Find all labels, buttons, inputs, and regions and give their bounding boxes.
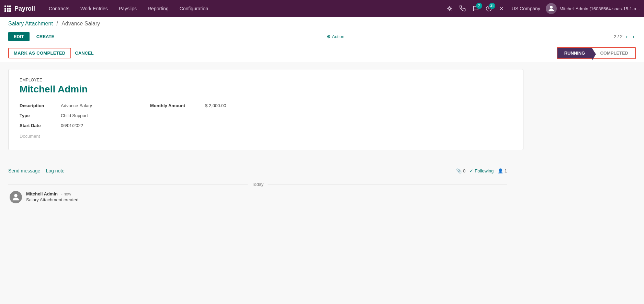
nav-contracts[interactable]: Contracts xyxy=(43,0,75,17)
field-monthly-amount-value: $ 2,000.00 xyxy=(205,103,226,108)
close-icon-button[interactable] xyxy=(497,4,506,13)
nav-payslips[interactable]: Payslips xyxy=(113,0,142,17)
nav-configuration[interactable]: Configuration xyxy=(174,0,214,17)
action-button[interactable]: ⚙ Action xyxy=(324,32,347,41)
phone-icon-button[interactable] xyxy=(457,4,468,13)
main-content: Employee Mitchell Admin Description Adva… xyxy=(0,62,644,157)
clock-icon-button[interactable]: 31 xyxy=(484,4,494,13)
svg-rect-7 xyxy=(7,10,9,12)
action-label: Action xyxy=(332,34,344,39)
grid-icon[interactable] xyxy=(4,5,11,12)
user-name-label: Mitchell Admin (16088564-saas-15-1-a... xyxy=(560,6,640,11)
svg-point-14 xyxy=(14,194,17,197)
record-card: Employee Mitchell Admin Description Adva… xyxy=(8,69,523,150)
field-type-label: Type xyxy=(20,113,61,118)
clock-badge: 31 xyxy=(489,3,495,9)
log-note-button[interactable]: Log note xyxy=(46,167,65,175)
status-pipeline: RUNNING COMPLETED xyxy=(557,47,636,59)
field-start-date-label: Start Date xyxy=(20,123,61,128)
field-start-date: Start Date 06/01/2022 xyxy=(20,123,123,128)
divider-line-left xyxy=(8,184,248,184)
field-start-date-value: 06/01/2022 xyxy=(61,123,83,128)
svg-rect-4 xyxy=(7,8,9,10)
divider-label: Today xyxy=(252,182,264,187)
cancel-button[interactable]: CANCEL xyxy=(71,48,98,58)
fields-row: Description Advance Salary Type Child Su… xyxy=(20,103,512,128)
status-step-completed[interactable]: COMPLETED xyxy=(592,48,635,58)
svg-rect-6 xyxy=(4,10,6,12)
following-label: Following xyxy=(475,168,494,173)
field-type: Type Child Support xyxy=(20,113,123,118)
status-step-running[interactable]: RUNNING xyxy=(557,48,592,58)
svg-rect-8 xyxy=(9,10,11,12)
paperclip-icon: 📎 xyxy=(456,168,462,173)
bug-icon-button[interactable] xyxy=(444,4,455,13)
divider-line-right xyxy=(268,184,507,184)
field-description-value: Advance Salary xyxy=(61,103,92,108)
message-author: Mitchell Admin xyxy=(26,191,58,196)
chat-badge: 7 xyxy=(476,3,482,9)
field-description: Description Advance Salary xyxy=(20,103,123,108)
user-avatar[interactable] xyxy=(546,3,557,14)
message-avatar xyxy=(10,191,22,203)
chatter-divider: Today xyxy=(8,182,507,187)
mark-as-completed-button[interactable]: MARK AS COMPLETED xyxy=(8,48,71,58)
chatter: Send message Log note 📎 0 ✓ Following 👤 … xyxy=(0,157,515,210)
pagination-text: 2 / 2 xyxy=(614,34,622,39)
field-monthly-amount: Monthly Amount $ 2,000.00 xyxy=(150,103,253,108)
breadcrumb-separator: / xyxy=(56,21,59,26)
toolbar: EDIT CREATE ⚙ Action 2 / 2 ‹ › xyxy=(0,29,644,44)
breadcrumb-current: Advance Salary xyxy=(61,21,100,26)
field-group-right: Monthly Amount $ 2,000.00 xyxy=(150,103,253,128)
message-body: Mitchell Admin - now Salary Attachment c… xyxy=(26,191,506,203)
app-title: Payroll xyxy=(14,5,35,12)
breadcrumb: Salary Attachment / Advance Salary xyxy=(0,17,644,29)
message-item: Mitchell Admin - now Salary Attachment c… xyxy=(8,191,507,203)
chatter-actions: Send message Log note 📎 0 ✓ Following 👤 … xyxy=(8,164,507,178)
send-message-button[interactable]: Send message xyxy=(8,167,40,175)
svg-rect-1 xyxy=(7,5,9,7)
breadcrumb-parent[interactable]: Salary Attachment xyxy=(8,21,53,26)
pagination-next[interactable]: › xyxy=(631,33,636,41)
svg-rect-3 xyxy=(4,8,6,10)
pagination-prev[interactable]: ‹ xyxy=(624,33,629,41)
field-description-label: Description xyxy=(20,103,61,108)
field-document-placeholder: Document xyxy=(20,134,512,139)
nav-links: Contracts Work Entries Payslips Reportin… xyxy=(43,0,444,17)
message-text: Salary Attachment created xyxy=(26,197,506,202)
svg-rect-0 xyxy=(4,5,6,7)
create-button[interactable]: CREATE xyxy=(34,32,57,41)
svg-rect-5 xyxy=(9,8,11,10)
topnav-right: 7 31 US Company Mitchell Admin (16088564… xyxy=(444,3,640,14)
pagination: 2 / 2 ‹ › xyxy=(614,33,636,41)
company-label: US Company xyxy=(509,6,543,11)
svg-rect-2 xyxy=(9,5,11,7)
employee-label: Employee xyxy=(20,78,512,82)
edit-button[interactable]: EDIT xyxy=(8,32,30,41)
message-time: - now xyxy=(61,192,71,196)
svg-point-9 xyxy=(449,8,451,10)
field-monthly-amount-label: Monthly Amount xyxy=(150,103,191,108)
attachments-count: 📎 0 xyxy=(456,168,465,173)
person-icon: 👤 xyxy=(498,168,503,173)
statusbar: MARK AS COMPLETED CANCEL RUNNING COMPLET… xyxy=(0,44,644,62)
following-button[interactable]: ✓ Following xyxy=(470,168,494,173)
svg-point-13 xyxy=(550,6,553,9)
nav-reporting[interactable]: Reporting xyxy=(142,0,174,17)
followers-count: 👤 1 xyxy=(498,168,507,173)
top-navigation: Payroll Contracts Work Entries Payslips … xyxy=(0,0,644,17)
action-gear-icon: ⚙ xyxy=(327,34,331,39)
chat-icon-button[interactable]: 7 xyxy=(471,4,481,13)
chatter-right: 📎 0 ✓ Following 👤 1 xyxy=(456,168,507,173)
checkmark-icon: ✓ xyxy=(470,168,473,173)
field-group-left: Description Advance Salary Type Child Su… xyxy=(20,103,123,128)
employee-name: Mitchell Admin xyxy=(20,84,512,95)
field-type-value: Child Support xyxy=(61,113,88,118)
nav-work-entries[interactable]: Work Entries xyxy=(75,0,113,17)
